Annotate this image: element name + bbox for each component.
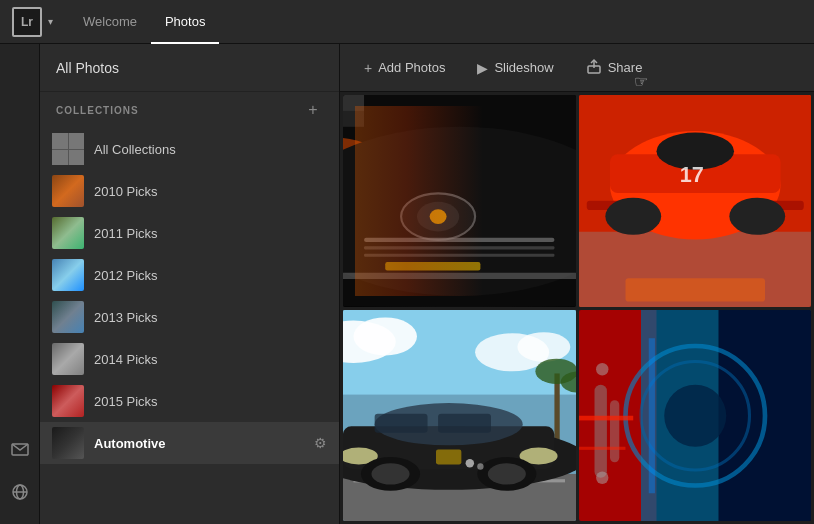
svg-rect-66 xyxy=(610,400,619,462)
collection-item-automotive[interactable]: Automotive ⚙ xyxy=(40,422,339,464)
svg-point-14 xyxy=(417,202,459,232)
collection-thumb-2011 xyxy=(52,217,84,249)
svg-rect-16 xyxy=(364,238,554,242)
slideshow-label: Slideshow xyxy=(494,60,553,75)
globe-icon-button[interactable] xyxy=(4,476,36,508)
collection-item-2012[interactable]: 2012 Picks xyxy=(40,254,339,296)
collection-thumb-2010 xyxy=(52,175,84,207)
svg-point-30 xyxy=(729,198,785,235)
collection-name-all: All Collections xyxy=(94,142,327,157)
collections-section-label: COLLECTIONS xyxy=(56,105,139,116)
photo-maserati[interactable] xyxy=(343,310,576,522)
svg-point-37 xyxy=(517,332,570,362)
slideshow-button[interactable]: ▶ Slideshow xyxy=(469,56,561,80)
collection-item-2010[interactable]: 2010 Picks xyxy=(40,170,339,212)
collection-name-2014: 2014 Picks xyxy=(94,352,327,367)
collection-name-2012: 2012 Picks xyxy=(94,268,327,283)
svg-rect-47 xyxy=(375,413,428,432)
lr-logo: Lr xyxy=(12,7,42,37)
collection-name-2010: 2010 Picks xyxy=(94,184,327,199)
svg-point-35 xyxy=(354,317,417,355)
svg-rect-18 xyxy=(364,254,554,257)
photo-grid: 17 xyxy=(340,92,814,524)
photo-car-interior[interactable] xyxy=(579,310,812,522)
collection-name-2011: 2011 Picks xyxy=(94,226,327,241)
svg-point-57 xyxy=(477,463,483,469)
svg-rect-38 xyxy=(554,373,559,447)
collection-item-all[interactable]: All Collections xyxy=(40,128,339,170)
collection-name-2015: 2015 Picks xyxy=(94,394,327,409)
collection-item-2011[interactable]: 2011 Picks xyxy=(40,212,339,254)
collection-gear-icon[interactable]: ⚙ xyxy=(314,435,327,451)
collection-name-2013: 2013 Picks xyxy=(94,310,327,325)
svg-rect-17 xyxy=(364,246,554,249)
svg-point-52 xyxy=(371,463,409,484)
collection-thumb-2014 xyxy=(52,343,84,375)
svg-rect-68 xyxy=(579,415,633,420)
collection-thumb-2013 xyxy=(52,301,84,333)
collection-item-2015[interactable]: 2015 Picks xyxy=(40,380,339,422)
collection-thumb-2012 xyxy=(52,259,84,291)
svg-point-56 xyxy=(466,459,474,467)
top-nav: Lr ▾ Welcome Photos xyxy=(0,0,814,44)
svg-rect-67 xyxy=(648,338,654,493)
svg-point-64 xyxy=(664,384,726,446)
collection-name-automotive: Automotive xyxy=(94,436,304,451)
svg-rect-69 xyxy=(579,446,626,449)
svg-point-71 xyxy=(596,471,608,483)
svg-rect-10 xyxy=(343,111,364,127)
collection-item-2013[interactable]: 2013 Picks xyxy=(40,296,339,338)
tab-welcome[interactable]: Welcome xyxy=(69,0,151,44)
svg-rect-20 xyxy=(343,273,576,279)
svg-rect-31 xyxy=(625,278,765,301)
add-photos-label: Add Photos xyxy=(378,60,445,75)
svg-point-15 xyxy=(430,209,447,224)
photo-classic-car[interactable] xyxy=(343,95,576,307)
all-collections-thumb xyxy=(52,133,84,165)
content-toolbar: + Add Photos ▶ Slideshow Share ☞ xyxy=(340,44,814,92)
svg-point-13 xyxy=(401,193,475,240)
main-layout: All Photos COLLECTIONS + All Collections… xyxy=(0,44,814,524)
svg-rect-19 xyxy=(385,262,480,270)
add-photos-icon: + xyxy=(364,60,372,76)
add-collection-button[interactable]: + xyxy=(303,100,323,120)
collection-thumb-automotive xyxy=(52,427,84,459)
left-panel: All Photos COLLECTIONS + All Collections… xyxy=(40,44,340,524)
tab-photos[interactable]: Photos xyxy=(151,0,219,44)
content-area: + Add Photos ▶ Slideshow Share ☞ xyxy=(340,44,814,524)
share-icon xyxy=(586,58,602,77)
svg-rect-55 xyxy=(436,449,461,464)
collection-thumb-2015 xyxy=(52,385,84,417)
lr-logo-chevron[interactable]: ▾ xyxy=(48,16,53,27)
photo-racing-car[interactable]: 17 xyxy=(579,95,812,307)
add-photos-button[interactable]: + Add Photos xyxy=(356,56,453,80)
icon-sidebar xyxy=(0,44,40,524)
all-photos-item[interactable]: All Photos xyxy=(40,44,339,92)
icon-sidebar-bottom xyxy=(4,432,36,512)
svg-point-54 xyxy=(488,463,526,484)
collections-header: COLLECTIONS + xyxy=(40,92,339,128)
cursor-hand-icon: ☞ xyxy=(634,72,648,91)
svg-point-12 xyxy=(343,127,576,296)
svg-rect-65 xyxy=(594,384,606,477)
svg-point-70 xyxy=(596,363,608,375)
svg-point-29 xyxy=(605,198,661,235)
slideshow-icon: ▶ xyxy=(477,60,488,76)
collection-item-2014[interactable]: 2014 Picks xyxy=(40,338,339,380)
share-button[interactable]: Share ☞ xyxy=(578,54,651,81)
svg-rect-48 xyxy=(438,413,491,432)
inbox-icon-button[interactable] xyxy=(4,432,36,464)
svg-text:17: 17 xyxy=(679,162,703,187)
all-photos-label: All Photos xyxy=(56,60,119,76)
